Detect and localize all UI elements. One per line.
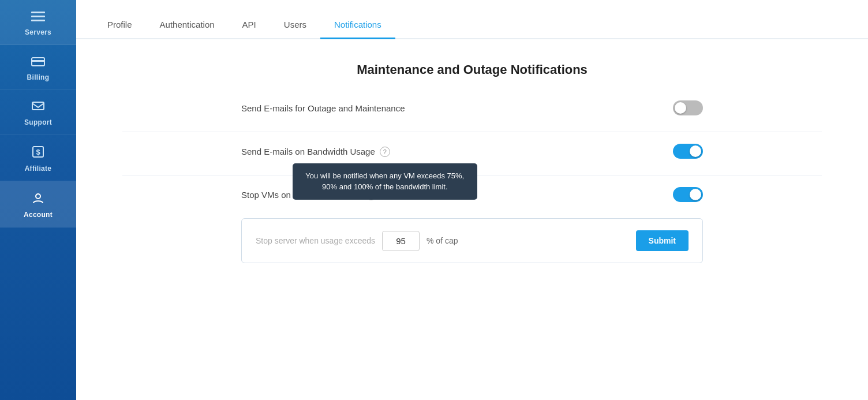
sidebar-item-account[interactable]: Account [0,181,76,227]
affiliate-icon: $ [32,145,44,162]
stop-vms-toggle[interactable] [673,187,703,202]
submit-button[interactable]: Submit [636,230,689,251]
svg-rect-2 [31,20,45,21]
sidebar-item-billing-label: Billing [27,73,50,81]
sidebar-item-support[interactable]: Support [0,90,76,135]
stop-server-label: Stop server when usage exceeds [256,236,375,245]
support-icon [32,100,44,115]
outage-email-row: Send E-mails for Outage and Maintenance [241,100,703,115]
svg-rect-5 [32,102,44,110]
bandwidth-email-knob [690,145,701,157]
bandwidth-email-row: Send E-mails on Bandwidth Usage ? You wi… [241,144,703,159]
sidebar-item-affiliate-label: Affiliate [25,165,52,173]
sidebar-item-servers[interactable]: Servers [0,0,76,45]
servers-icon [31,10,45,25]
main-content: Profile Authentication API Users Notific… [76,0,868,400]
outage-email-label: Send E-mails for Outage and Maintenance [241,103,405,113]
stop-vms-knob [690,189,701,200]
outage-email-toggle[interactable] [673,100,703,115]
sidebar-item-account-label: Account [24,211,53,219]
divider-1 [122,132,822,132]
bandwidth-email-help-icon[interactable]: ? [380,147,390,157]
section-title: Maintenance and Outage Notifications [122,62,822,77]
bandwidth-email-label: Send E-mails on Bandwidth Usage ? You wi… [241,146,390,157]
sidebar-item-servers-label: Servers [25,28,51,36]
tab-notifications[interactable]: Notifications [320,20,395,39]
tab-profile[interactable]: Profile [93,20,146,39]
page-content: Maintenance and Outage Notifications Sen… [76,39,868,400]
bandwidth-email-tooltip-wrap: ? You will be notified when any VM excee… [380,146,390,157]
bandwidth-email-toggle[interactable] [673,144,703,159]
svg-rect-4 [32,60,44,62]
bandwidth-email-tooltip: You will be notified when any VM exceeds… [293,163,477,200]
stop-server-input[interactable] [382,231,420,251]
svg-text:$: $ [36,148,40,156]
svg-rect-0 [31,12,45,13]
tab-api[interactable]: API [229,20,270,39]
sidebar-item-affiliate[interactable]: $ Affiliate [0,135,76,181]
account-icon [32,192,44,208]
svg-point-8 [36,194,40,199]
tab-users[interactable]: Users [270,20,320,39]
sidebar: Servers Billing Support $ Affiliate [0,0,76,400]
sidebar-item-billing[interactable]: Billing [0,45,76,90]
tab-authentication[interactable]: Authentication [146,20,229,39]
stop-server-unit: % of cap [426,236,458,245]
svg-rect-1 [31,16,45,17]
sidebar-item-support-label: Support [24,118,52,126]
outage-email-knob [675,102,686,114]
billing-icon [31,55,45,70]
stop-server-box: Stop server when usage exceeds % of cap … [241,218,703,263]
top-nav: Profile Authentication API Users Notific… [76,0,868,39]
